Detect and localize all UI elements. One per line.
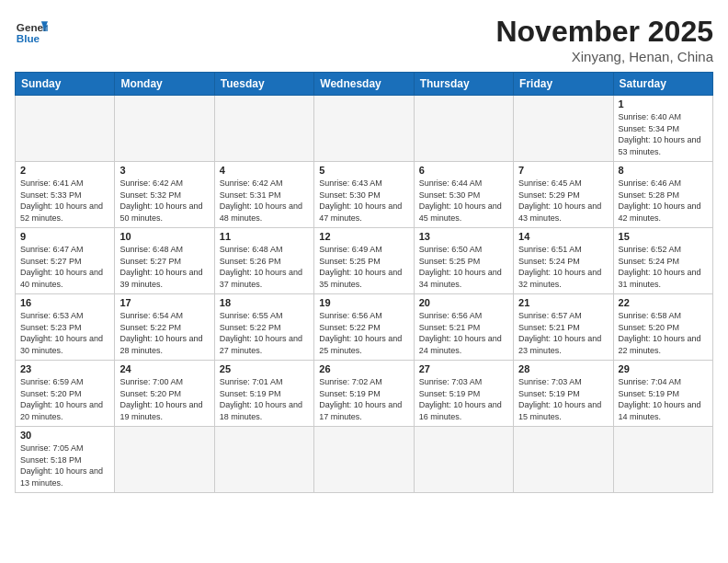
calendar-cell: 23Sunrise: 6:59 AM Sunset: 5:20 PM Dayli… <box>16 361 115 427</box>
calendar-cell: 21Sunrise: 6:57 AM Sunset: 5:21 PM Dayli… <box>514 294 613 361</box>
weekday-header-tuesday: Tuesday <box>214 73 313 96</box>
calendar-cell: 9Sunrise: 6:47 AM Sunset: 5:27 PM Daylig… <box>16 228 115 294</box>
calendar-cell <box>314 427 414 493</box>
day-number: 29 <box>619 363 708 374</box>
day-info: Sunrise: 6:58 AM Sunset: 5:20 PM Dayligh… <box>619 310 708 356</box>
calendar-cell <box>115 96 214 162</box>
logo-icon: General Blue <box>15 15 48 48</box>
page-header: General Blue November 2025 Xinyang, Hena… <box>15 15 713 64</box>
calendar-cell: 3Sunrise: 6:42 AM Sunset: 5:32 PM Daylig… <box>115 162 214 228</box>
calendar-cell: 28Sunrise: 7:03 AM Sunset: 5:19 PM Dayli… <box>514 361 613 427</box>
svg-text:Blue: Blue <box>17 32 40 44</box>
week-row-1: 2Sunrise: 6:41 AM Sunset: 5:33 PM Daylig… <box>16 162 713 228</box>
day-number: 5 <box>319 165 408 176</box>
day-number: 21 <box>518 297 608 308</box>
month-title: November 2025 <box>495 15 713 49</box>
calendar-cell <box>16 96 115 162</box>
day-info: Sunrise: 6:40 AM Sunset: 5:34 PM Dayligh… <box>619 111 708 157</box>
day-number: 11 <box>220 231 309 242</box>
day-number: 9 <box>20 231 109 242</box>
week-row-0: 1Sunrise: 6:40 AM Sunset: 5:34 PM Daylig… <box>16 96 713 162</box>
day-number: 15 <box>619 231 708 242</box>
week-row-5: 30Sunrise: 7:05 AM Sunset: 5:18 PM Dayli… <box>16 427 713 493</box>
calendar-cell <box>115 427 214 493</box>
day-number: 3 <box>119 165 209 176</box>
day-number: 7 <box>518 165 608 176</box>
weekday-header-saturday: Saturday <box>613 73 712 96</box>
day-info: Sunrise: 6:49 AM Sunset: 5:25 PM Dayligh… <box>319 244 408 290</box>
calendar-cell: 18Sunrise: 6:55 AM Sunset: 5:22 PM Dayli… <box>214 294 313 361</box>
weekday-header-row: SundayMondayTuesdayWednesdayThursdayFrid… <box>16 73 713 96</box>
calendar-cell <box>314 96 414 162</box>
calendar-cell: 24Sunrise: 7:00 AM Sunset: 5:20 PM Dayli… <box>115 361 214 427</box>
calendar-cell <box>613 427 712 493</box>
day-info: Sunrise: 6:45 AM Sunset: 5:29 PM Dayligh… <box>518 178 608 224</box>
week-row-3: 16Sunrise: 6:53 AM Sunset: 5:23 PM Dayli… <box>16 294 713 361</box>
calendar-cell: 27Sunrise: 7:03 AM Sunset: 5:19 PM Dayli… <box>414 361 513 427</box>
day-number: 25 <box>220 363 309 374</box>
calendar-cell: 17Sunrise: 6:54 AM Sunset: 5:22 PM Dayli… <box>115 294 214 361</box>
day-info: Sunrise: 6:50 AM Sunset: 5:25 PM Dayligh… <box>419 244 508 290</box>
day-info: Sunrise: 6:55 AM Sunset: 5:22 PM Dayligh… <box>220 310 309 356</box>
day-number: 16 <box>20 297 109 308</box>
day-number: 1 <box>619 98 708 109</box>
day-number: 22 <box>619 297 708 308</box>
svg-marker-3 <box>43 25 48 31</box>
calendar-cell: 5Sunrise: 6:43 AM Sunset: 5:30 PM Daylig… <box>314 162 414 228</box>
calendar-cell <box>214 96 313 162</box>
day-info: Sunrise: 6:42 AM Sunset: 5:32 PM Dayligh… <box>119 178 209 224</box>
day-info: Sunrise: 6:41 AM Sunset: 5:33 PM Dayligh… <box>20 178 109 224</box>
day-info: Sunrise: 7:05 AM Sunset: 5:18 PM Dayligh… <box>20 442 109 488</box>
calendar-cell: 1Sunrise: 6:40 AM Sunset: 5:34 PM Daylig… <box>613 96 712 162</box>
day-info: Sunrise: 6:46 AM Sunset: 5:28 PM Dayligh… <box>619 178 708 224</box>
weekday-header-thursday: Thursday <box>414 73 513 96</box>
day-number: 23 <box>20 363 109 374</box>
day-info: Sunrise: 6:52 AM Sunset: 5:24 PM Dayligh… <box>619 244 708 290</box>
day-info: Sunrise: 6:47 AM Sunset: 5:27 PM Dayligh… <box>20 244 109 290</box>
calendar-cell: 2Sunrise: 6:41 AM Sunset: 5:33 PM Daylig… <box>16 162 115 228</box>
day-number: 24 <box>119 363 209 374</box>
day-info: Sunrise: 7:00 AM Sunset: 5:20 PM Dayligh… <box>119 376 209 422</box>
day-info: Sunrise: 7:04 AM Sunset: 5:19 PM Dayligh… <box>619 376 708 422</box>
day-info: Sunrise: 6:54 AM Sunset: 5:22 PM Dayligh… <box>119 310 209 356</box>
day-number: 27 <box>419 363 508 374</box>
logo: General Blue <box>15 15 48 48</box>
day-number: 12 <box>319 231 408 242</box>
calendar-cell: 15Sunrise: 6:52 AM Sunset: 5:24 PM Dayli… <box>613 228 712 294</box>
day-number: 2 <box>20 165 109 176</box>
calendar-cell: 20Sunrise: 6:56 AM Sunset: 5:21 PM Dayli… <box>414 294 513 361</box>
weekday-header-wednesday: Wednesday <box>314 73 414 96</box>
calendar-cell: 13Sunrise: 6:50 AM Sunset: 5:25 PM Dayli… <box>414 228 513 294</box>
calendar-cell <box>514 96 613 162</box>
location-subtitle: Xinyang, Henan, China <box>495 49 713 64</box>
calendar-cell: 19Sunrise: 6:56 AM Sunset: 5:22 PM Dayli… <box>314 294 414 361</box>
weekday-header-sunday: Sunday <box>16 73 115 96</box>
day-number: 17 <box>119 297 209 308</box>
calendar-cell <box>414 427 513 493</box>
day-number: 20 <box>419 297 508 308</box>
day-number: 4 <box>220 165 309 176</box>
week-row-4: 23Sunrise: 6:59 AM Sunset: 5:20 PM Dayli… <box>16 361 713 427</box>
weekday-header-monday: Monday <box>115 73 214 96</box>
week-row-2: 9Sunrise: 6:47 AM Sunset: 5:27 PM Daylig… <box>16 228 713 294</box>
calendar-cell: 7Sunrise: 6:45 AM Sunset: 5:29 PM Daylig… <box>514 162 613 228</box>
day-number: 6 <box>419 165 508 176</box>
day-info: Sunrise: 6:57 AM Sunset: 5:21 PM Dayligh… <box>518 310 608 356</box>
calendar-cell <box>414 96 513 162</box>
day-info: Sunrise: 7:01 AM Sunset: 5:19 PM Dayligh… <box>220 376 309 422</box>
day-info: Sunrise: 6:53 AM Sunset: 5:23 PM Dayligh… <box>20 310 109 356</box>
day-number: 19 <box>319 297 408 308</box>
calendar-cell <box>514 427 613 493</box>
calendar-cell: 11Sunrise: 6:48 AM Sunset: 5:26 PM Dayli… <box>214 228 313 294</box>
day-info: Sunrise: 6:48 AM Sunset: 5:27 PM Dayligh… <box>119 244 209 290</box>
day-info: Sunrise: 7:03 AM Sunset: 5:19 PM Dayligh… <box>419 376 508 422</box>
day-info: Sunrise: 7:03 AM Sunset: 5:19 PM Dayligh… <box>518 376 608 422</box>
day-info: Sunrise: 6:48 AM Sunset: 5:26 PM Dayligh… <box>220 244 309 290</box>
calendar-table: SundayMondayTuesdayWednesdayThursdayFrid… <box>15 72 713 493</box>
day-number: 18 <box>220 297 309 308</box>
calendar-cell: 16Sunrise: 6:53 AM Sunset: 5:23 PM Dayli… <box>16 294 115 361</box>
day-number: 30 <box>20 430 109 441</box>
title-block: November 2025 Xinyang, Henan, China <box>495 15 713 64</box>
day-info: Sunrise: 6:59 AM Sunset: 5:20 PM Dayligh… <box>20 376 109 422</box>
weekday-header-friday: Friday <box>514 73 613 96</box>
